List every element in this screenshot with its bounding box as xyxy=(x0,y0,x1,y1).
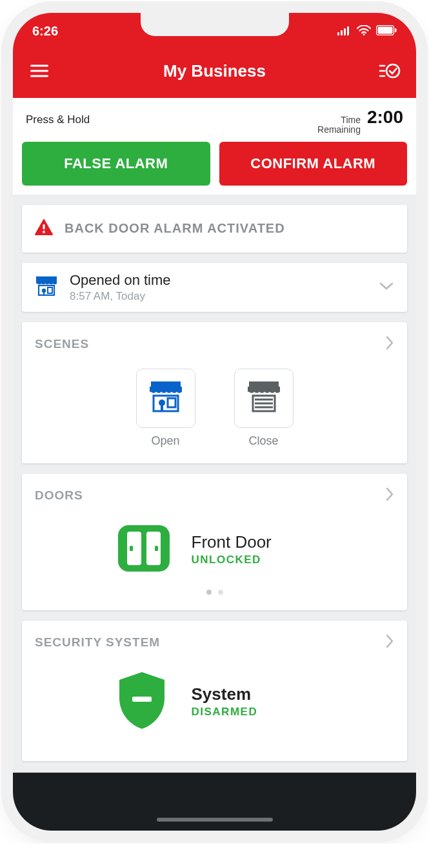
svg-rect-27 xyxy=(249,381,279,387)
svg-point-4 xyxy=(363,34,365,35)
svg-rect-1 xyxy=(341,30,343,35)
scene-open-label: Open xyxy=(151,434,179,448)
chevron-right-icon xyxy=(385,633,394,651)
svg-point-14 xyxy=(386,64,399,77)
scene-close[interactable]: Close xyxy=(234,369,294,448)
dot xyxy=(218,590,223,595)
svg-rect-26 xyxy=(168,398,175,407)
status-check-button[interactable] xyxy=(379,63,401,79)
open-status-title: Opened on time xyxy=(70,272,379,289)
pagination-dots xyxy=(35,590,394,595)
svg-rect-22 xyxy=(151,381,181,387)
content: Press & Hold Time Remaining 2:00 FALSE A… xyxy=(13,98,416,831)
scenes-card: SCENES Open xyxy=(22,322,407,463)
scenes-header[interactable]: SCENES xyxy=(35,335,394,353)
door-name: Front Door xyxy=(192,532,314,552)
svg-rect-7 xyxy=(395,28,397,32)
chevron-right-icon xyxy=(385,335,394,353)
open-status-time: 8:57 AM, Today xyxy=(70,290,379,303)
svg-rect-15 xyxy=(43,224,45,229)
store-open-icon xyxy=(35,275,58,300)
alarm-alert-text: BACK DOOR ALARM ACTIVATED xyxy=(65,221,285,236)
alert-icon xyxy=(35,219,53,238)
security-status: DISARMED xyxy=(192,706,314,719)
svg-rect-21 xyxy=(48,287,52,293)
svg-rect-32 xyxy=(118,525,170,572)
svg-rect-34 xyxy=(146,532,161,565)
page-title: My Business xyxy=(50,61,379,81)
svg-point-16 xyxy=(43,231,45,233)
svg-rect-25 xyxy=(161,405,163,411)
store-open-scene-icon xyxy=(147,380,185,416)
security-header[interactable]: SECURITY SYSTEM xyxy=(35,633,394,651)
wifi-icon xyxy=(357,24,371,39)
svg-rect-0 xyxy=(337,32,339,35)
open-status-card[interactable]: Opened on time 8:57 AM, Today xyxy=(22,263,407,312)
scenes-title: SCENES xyxy=(35,337,89,351)
svg-rect-6 xyxy=(378,26,393,34)
chevron-down-icon xyxy=(379,282,394,293)
svg-rect-37 xyxy=(132,697,152,702)
svg-rect-35 xyxy=(130,546,133,551)
shield-disarmed-icon xyxy=(115,670,168,734)
doors-header[interactable]: DOORS xyxy=(35,487,394,505)
security-title: SECURITY SYSTEM xyxy=(35,635,160,650)
doors-card: DOORS Front Door UNLOCKED xyxy=(22,474,407,610)
dot-active xyxy=(206,590,212,595)
home-indicator-area xyxy=(13,773,416,831)
security-card: SECURITY SYSTEM System DISARMED xyxy=(22,621,407,761)
svg-rect-2 xyxy=(344,28,346,35)
svg-rect-17 xyxy=(36,276,57,280)
false-alarm-button[interactable]: FALSE ALARM xyxy=(22,142,210,186)
store-close-scene-icon xyxy=(245,380,283,416)
signal-icon xyxy=(337,24,352,39)
svg-rect-33 xyxy=(127,532,141,565)
door-unlocked-icon xyxy=(115,523,172,577)
scene-open[interactable]: Open xyxy=(136,369,195,448)
notch xyxy=(141,13,289,36)
status-icons xyxy=(337,24,397,39)
chevron-right-icon xyxy=(385,487,394,505)
menu-button[interactable] xyxy=(28,64,50,77)
security-item[interactable]: System DISARMED xyxy=(35,663,394,746)
svg-rect-20 xyxy=(43,292,45,295)
time-remaining-label: Time Remaining xyxy=(317,115,361,135)
nav-bar: My Business xyxy=(13,49,416,98)
time-remaining-value: 2:00 xyxy=(367,107,403,128)
alarm-control: Press & Hold Time Remaining 2:00 FALSE A… xyxy=(13,98,416,195)
alarm-alert-card[interactable]: BACK DOOR ALARM ACTIVATED xyxy=(22,205,407,253)
doors-title: DOORS xyxy=(35,488,83,503)
security-name: System xyxy=(192,684,314,704)
door-status: UNLOCKED xyxy=(192,554,314,566)
home-indicator[interactable] xyxy=(157,818,273,822)
battery-icon xyxy=(376,24,397,39)
press-hold-label: Press & Hold xyxy=(26,113,90,126)
status-time: 6:26 xyxy=(32,24,58,39)
confirm-alarm-button[interactable]: CONFIRM ALARM xyxy=(219,142,408,186)
scene-close-label: Close xyxy=(248,434,278,448)
door-item[interactable]: Front Door UNLOCKED xyxy=(35,516,394,586)
phone-frame: 6:26 My Business Press & Hold xyxy=(13,13,416,831)
svg-rect-3 xyxy=(347,26,349,35)
svg-rect-36 xyxy=(155,546,158,551)
